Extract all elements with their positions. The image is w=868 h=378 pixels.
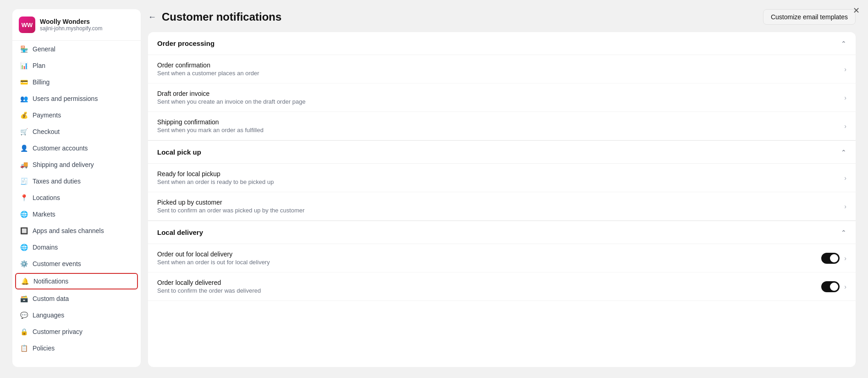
chevron-right-icon-order-confirmation: › bbox=[844, 66, 846, 73]
toggle-order-out-for-local-delivery[interactable] bbox=[821, 253, 840, 264]
chart-icon: 📊 bbox=[20, 61, 28, 70]
list-item-picked-up-by-customer[interactable]: Picked up by customer Sent to confirm an… bbox=[148, 192, 856, 221]
billing-icon: 💳 bbox=[20, 78, 28, 86]
store-header[interactable]: WW Woolly Wonders sajini-john.myshopify.… bbox=[12, 9, 141, 41]
section-title-local-delivery: Local delivery bbox=[157, 228, 203, 236]
section-header-local-delivery[interactable]: Local delivery ⌃ bbox=[148, 221, 856, 244]
markets-icon: 🌐 bbox=[20, 210, 28, 218]
sidebar-item-billing[interactable]: 💳 Billing bbox=[12, 74, 141, 90]
sidebar-item-label: Plan bbox=[33, 62, 133, 69]
sidebar: WW Woolly Wonders sajini-john.myshopify.… bbox=[12, 9, 141, 367]
checkout-icon: 🛒 bbox=[20, 128, 28, 136]
policies-icon: 📋 bbox=[20, 344, 28, 352]
list-item-content-draft-order-invoice: Draft order invoice Sent when you create… bbox=[157, 90, 306, 105]
page-title: Customer notifications bbox=[162, 11, 281, 23]
item-title-draft-order-invoice: Draft order invoice bbox=[157, 90, 306, 97]
list-item-right-picked-up-by-customer: › bbox=[844, 203, 846, 210]
sidebar-item-label: Customer events bbox=[33, 260, 133, 267]
sidebar-item-label: Customer accounts bbox=[33, 145, 133, 152]
sidebar-item-label: Domains bbox=[33, 244, 133, 251]
sidebar-item-customer-events[interactable]: ⚙️ Customer events bbox=[12, 256, 141, 272]
item-title-order-confirmation: Order confirmation bbox=[157, 61, 259, 69]
main-container: WW Woolly Wonders sajini-john.myshopify.… bbox=[12, 9, 856, 367]
sidebar-item-taxes[interactable]: 🧾 Taxes and duties bbox=[12, 173, 141, 189]
sidebar-item-checkout[interactable]: 🛒 Checkout bbox=[12, 123, 141, 140]
section-header-order-processing[interactable]: Order processing ⌃ bbox=[148, 32, 856, 55]
sidebar-item-policies[interactable]: 📋 Policies bbox=[12, 340, 141, 356]
privacy-icon: 🔒 bbox=[20, 328, 28, 336]
bell-icon: 🔔 bbox=[21, 277, 29, 285]
sidebar-item-label: General bbox=[33, 45, 133, 53]
chevron-right-icon-draft-order-invoice: › bbox=[844, 94, 846, 101]
close-button[interactable]: ✕ bbox=[853, 6, 860, 15]
sidebar-item-label: Notifications bbox=[33, 278, 132, 285]
list-item-right-shipping-confirmation: › bbox=[844, 122, 846, 130]
toggle-order-locally-delivered[interactable] bbox=[821, 281, 840, 292]
chevron-right-icon-shipping-confirmation: › bbox=[844, 122, 846, 130]
section-local-pickup: Local pick up ⌃ Ready for local pickup S… bbox=[148, 141, 856, 221]
person-icon: 👤 bbox=[20, 144, 28, 152]
section-header-local-pickup[interactable]: Local pick up ⌃ bbox=[148, 141, 856, 164]
sidebar-item-label: Markets bbox=[33, 211, 133, 218]
main-content: ← Customer notifications Customize email… bbox=[148, 9, 856, 367]
sidebar-item-label: Payments bbox=[33, 111, 133, 119]
list-item-order-locally-delivered[interactable]: Order locally delivered Sent to confirm … bbox=[148, 272, 856, 301]
list-item-right-order-out-for-local-delivery: › bbox=[821, 253, 846, 264]
sidebar-item-notifications[interactable]: 🔔 Notifications bbox=[16, 274, 137, 289]
item-desc-ready-for-local-pickup: Sent when an order is ready to be picked… bbox=[157, 178, 274, 185]
item-desc-shipping-confirmation: Sent when you mark an order as fulfilled bbox=[157, 127, 264, 133]
list-item-ready-for-local-pickup[interactable]: Ready for local pickup Sent when an orde… bbox=[148, 164, 856, 192]
sidebar-item-label: Users and permissions bbox=[33, 95, 133, 102]
main-header: ← Customer notifications Customize email… bbox=[148, 9, 856, 25]
sidebar-item-apps[interactable]: 🔲 Apps and sales channels bbox=[12, 222, 141, 239]
list-item-order-confirmation[interactable]: Order confirmation Sent when a customer … bbox=[148, 55, 856, 83]
list-item-shipping-confirmation[interactable]: Shipping confirmation Sent when you mark… bbox=[148, 112, 856, 140]
chevron-up-icon-local-delivery: ⌃ bbox=[841, 229, 846, 236]
list-item-right-order-locally-delivered: › bbox=[821, 281, 846, 292]
sidebar-item-label: Custom data bbox=[33, 295, 133, 302]
chevron-right-icon-order-out-for-local-delivery: › bbox=[844, 255, 846, 262]
sidebar-item-shipping[interactable]: 🚚 Shipping and delivery bbox=[12, 156, 141, 173]
sidebar-item-locations[interactable]: 📍 Locations bbox=[12, 189, 141, 206]
sidebar-item-plan[interactable]: 📊 Plan bbox=[12, 57, 141, 74]
back-button[interactable]: ← bbox=[148, 12, 156, 22]
chevron-up-icon-order-processing: ⌃ bbox=[841, 40, 846, 47]
sidebar-item-customer-privacy[interactable]: 🔒 Customer privacy bbox=[12, 323, 141, 340]
sidebar-item-payments[interactable]: 💰 Payments bbox=[12, 107, 141, 123]
store-avatar: WW bbox=[19, 17, 35, 33]
sidebar-item-custom-data[interactable]: 🗃️ Custom data bbox=[12, 290, 141, 307]
list-item-right-draft-order-invoice: › bbox=[844, 94, 846, 101]
item-title-picked-up-by-customer: Picked up by customer bbox=[157, 199, 305, 206]
active-nav-wrapper: 🔔 Notifications bbox=[15, 273, 138, 289]
store-info: Woolly Wonders sajini-john.myshopify.com bbox=[40, 18, 103, 32]
sidebar-item-label: Checkout bbox=[33, 128, 133, 135]
sidebar-item-label: Apps and sales channels bbox=[33, 227, 133, 234]
sidebar-item-domains[interactable]: 🌐 Domains bbox=[12, 239, 141, 256]
section-local-delivery: Local delivery ⌃ Order out for local del… bbox=[148, 221, 856, 301]
title-row: ← Customer notifications bbox=[148, 11, 281, 23]
nav-list: 🏪 General 📊 Plan 💳 Billing 👥 Users and p… bbox=[12, 41, 141, 356]
location-icon: 📍 bbox=[20, 194, 28, 202]
sidebar-item-markets[interactable]: 🌐 Markets bbox=[12, 206, 141, 222]
sidebar-item-languages[interactable]: 💬 Languages bbox=[12, 307, 141, 323]
list-item-order-out-for-local-delivery[interactable]: Order out for local delivery Sent when a… bbox=[148, 244, 856, 272]
section-title-order-processing: Order processing bbox=[157, 39, 214, 47]
sidebar-item-label: Languages bbox=[33, 311, 133, 319]
sidebar-item-users[interactable]: 👥 Users and permissions bbox=[12, 90, 141, 107]
chevron-up-icon-local-pickup: ⌃ bbox=[841, 149, 846, 156]
shipping-icon: 🚚 bbox=[20, 161, 28, 169]
sidebar-item-label: Shipping and delivery bbox=[33, 161, 133, 168]
customer-events-icon: ⚙️ bbox=[20, 260, 28, 268]
item-desc-order-out-for-local-delivery: Sent when an order is out for local deli… bbox=[157, 259, 270, 266]
sidebar-item-customer-accounts[interactable]: 👤 Customer accounts bbox=[12, 140, 141, 156]
list-item-content-order-locally-delivered: Order locally delivered Sent to confirm … bbox=[157, 279, 261, 294]
item-desc-draft-order-invoice: Sent when you create an invoice on the d… bbox=[157, 98, 306, 105]
chevron-right-icon-ready-for-local-pickup: › bbox=[844, 174, 846, 182]
content-area: Order processing ⌃ Order confirmation Se… bbox=[148, 32, 856, 367]
customize-email-templates-button[interactable]: Customize email templates bbox=[763, 9, 856, 25]
item-title-ready-for-local-pickup: Ready for local pickup bbox=[157, 170, 274, 178]
section-order-processing: Order processing ⌃ Order confirmation Se… bbox=[148, 32, 856, 141]
sidebar-item-general[interactable]: 🏪 General bbox=[12, 41, 141, 57]
list-item-draft-order-invoice[interactable]: Draft order invoice Sent when you create… bbox=[148, 83, 856, 112]
store-icon: 🏪 bbox=[20, 45, 28, 53]
